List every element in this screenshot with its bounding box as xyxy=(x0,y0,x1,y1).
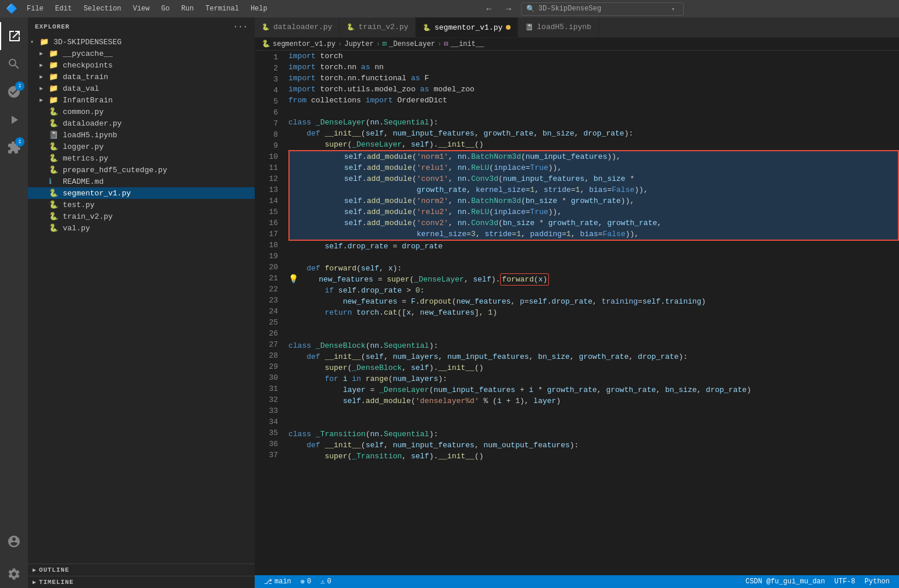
source-control-badge: 1 xyxy=(15,81,24,91)
ln-23: 23 xyxy=(255,295,278,306)
outline-header[interactable]: ▶ OUTLINE xyxy=(28,564,255,576)
breadcrumb-file[interactable]: segmentor_v1.py xyxy=(273,40,336,48)
code-line-34 xyxy=(288,418,899,429)
code-line-2: import torch.nn as nn xyxy=(288,62,899,73)
statusbar: ⎇ main ⊗ 0 ⚠ 0 CSDN @fu_gui_mu_dan UTF-8… xyxy=(255,575,899,588)
statusbar-csdn: CSDN @fu_gui_mu_dan xyxy=(741,578,830,586)
tree-item-common[interactable]: ▶ 🐍 common.py xyxy=(28,106,255,117)
ln-28: 28 xyxy=(255,350,278,361)
code-editor[interactable]: 1 2 3 4 5 6 7 8 9 10 11 12 13 14 15 16 1… xyxy=(255,51,899,575)
menu-go[interactable]: Go xyxy=(156,3,174,14)
lightbulb-icon[interactable]: 💡 xyxy=(288,274,298,285)
ln-10: 10 xyxy=(255,151,278,162)
search-text: 3D-SkipDenseSeg xyxy=(538,5,601,13)
tab-segmentor[interactable]: 🐍 segmentor_v1.py xyxy=(416,17,518,37)
statusbar-branch[interactable]: ⎇ main xyxy=(259,578,296,586)
tree-item-readme[interactable]: ▶ ℹ README.md xyxy=(28,176,255,187)
activity-search[interactable] xyxy=(0,50,28,78)
search-bar[interactable]: 🔍 3D-SkipDenseSeg ▾ xyxy=(521,2,684,16)
search-dropdown[interactable]: ▾ xyxy=(671,5,675,13)
breadcrumb-denselayer[interactable]: _DenseLayer xyxy=(389,40,435,48)
code-content[interactable]: import torch import torch.nn as nn impor… xyxy=(284,51,899,575)
code-line-16: self.add_module('conv2', nn.Conv3d(bn_si… xyxy=(290,218,898,229)
code-line-36: def __init__(self, num_input_features, n… xyxy=(288,440,899,451)
expand-arrow: ▾ xyxy=(30,38,40,45)
code-line-7: class _DenseLayer(nn.Sequential): xyxy=(288,117,899,128)
code-line-17: kernel_size=3, stride=1, padding=1, bias… xyxy=(290,229,898,240)
tree-item-pycache[interactable]: ▶ 📁 __pycache__ xyxy=(28,48,255,59)
code-line-33 xyxy=(288,407,899,418)
error-icon: ⊗ xyxy=(301,578,305,586)
selected-block: self.add_module('norm1', nn.BatchNorm3d(… xyxy=(288,150,899,241)
breadcrumb: 🐍 segmentor_v1.py › Jupyter › ⊡ _DenseLa… xyxy=(255,38,899,51)
breadcrumb-sep-3: › xyxy=(437,40,441,48)
statusbar-errors[interactable]: ⊗ 0 xyxy=(296,578,316,586)
tree-item-infant-brain[interactable]: ▶ 📁 InfantBrain xyxy=(28,94,255,106)
activity-settings[interactable] xyxy=(0,560,28,588)
code-line-6 xyxy=(288,106,899,117)
code-line-31: layer = _DenseLayer(num_input_features +… xyxy=(288,384,899,395)
menu-view[interactable]: View xyxy=(128,3,154,14)
nav-forward[interactable]: → xyxy=(501,3,516,15)
menu-file[interactable]: File xyxy=(22,3,48,14)
ln-34: 34 xyxy=(255,416,278,427)
activity-run[interactable] xyxy=(0,106,28,134)
data-val-label: data_val xyxy=(63,84,99,93)
ln-9: 9 xyxy=(255,140,278,151)
breadcrumb-jupyter[interactable]: Jupyter xyxy=(344,40,373,48)
tab-icon-dataloader: 🐍 xyxy=(262,23,270,31)
tree-item-data-train[interactable]: ▶ 📁 data_train xyxy=(28,71,255,83)
code-line-8: def __init__(self, num_input_features, g… xyxy=(288,128,899,139)
ln-29: 29 xyxy=(255,361,278,372)
tab-label-dataloader: dataloader.py xyxy=(273,23,332,31)
code-line-5: from collections import OrderedDict xyxy=(288,95,899,106)
py-icon-logger: 🐍 xyxy=(49,142,60,151)
code-line-12: self.add_module('conv1', nn.Conv3d(num_i… xyxy=(290,173,898,184)
activity-account[interactable] xyxy=(0,528,28,555)
tree-item-test[interactable]: ▶ 🐍 test.py xyxy=(28,199,255,211)
timeline-header[interactable]: ▶ TIMELINE xyxy=(28,576,255,588)
statusbar-encoding[interactable]: UTF-8 xyxy=(830,578,860,586)
tree-item-data-val[interactable]: ▶ 📁 data_val xyxy=(28,83,255,94)
menu-edit[interactable]: Edit xyxy=(51,3,77,14)
tab-train[interactable]: 🐍 train_v2.py xyxy=(340,17,416,37)
tree-item-val[interactable]: ▶ 🐍 val.py xyxy=(28,222,255,234)
tab-loadh5[interactable]: 📓 loadH5.ipynb xyxy=(518,17,599,37)
ln-7: 7 xyxy=(255,118,278,129)
tree-item-prepare[interactable]: ▶ 🐍 prepare_hdf5_cutedge.py xyxy=(28,164,255,176)
sidebar-more-actions[interactable]: ··· xyxy=(233,22,248,31)
py-icon-test: 🐍 xyxy=(49,200,60,209)
tree-item-loadh5[interactable]: ▶ 📓 loadH5.ipynb xyxy=(28,129,255,141)
tree-item-dataloader[interactable]: ▶ 🐍 dataloader.py xyxy=(28,117,255,129)
statusbar-language[interactable]: Python xyxy=(860,578,894,586)
tree-item-metrics[interactable]: ▶ 🐍 metrics.py xyxy=(28,152,255,164)
folder-icon-data-val: 📁 xyxy=(49,84,60,93)
tree-root-3d-skipdenseseg[interactable]: ▾ 📁 3D-SKIPDENSESEG xyxy=(28,36,255,48)
code-line-1: import torch xyxy=(288,51,899,62)
activity-extensions[interactable]: 1 xyxy=(0,134,28,162)
code-line-15: self.add_module('relu2', nn.ReLU(inplace… xyxy=(290,206,898,218)
code-line-11: self.add_module('relu1', nn.ReLU(inplace… xyxy=(290,162,898,173)
tree-item-logger[interactable]: ▶ 🐍 logger.py xyxy=(28,141,255,152)
outline-label: OUTLINE xyxy=(39,566,69,573)
tree-item-checkpoints[interactable]: ▶ 📁 checkpoints xyxy=(28,59,255,71)
nav-back[interactable]: ← xyxy=(481,3,497,15)
activity-explorer[interactable] xyxy=(0,22,28,50)
menu-run[interactable]: Run xyxy=(177,3,199,14)
menu-terminal[interactable]: Terminal xyxy=(201,3,244,14)
code-line-23: new_features = F.dropout(new_features, p… xyxy=(288,296,899,307)
folder-icon-checkpoints: 📁 xyxy=(49,60,60,70)
menu-help[interactable]: Help xyxy=(246,3,272,14)
tree-item-train[interactable]: ▶ 🐍 train_v2.py xyxy=(28,211,255,222)
val-label: val.py xyxy=(63,224,90,233)
py-icon-metrics: 🐍 xyxy=(49,154,60,163)
ln-16: 16 xyxy=(255,218,278,229)
py-icon-val: 🐍 xyxy=(49,223,60,233)
activity-source-control[interactable]: 1 xyxy=(0,78,28,106)
breadcrumb-init[interactable]: __init__ xyxy=(451,40,484,48)
menu-selection[interactable]: Selection xyxy=(79,3,126,14)
statusbar-warnings[interactable]: ⚠ 0 xyxy=(316,578,336,586)
tab-dataloader[interactable]: 🐍 dataloader.py xyxy=(255,17,340,37)
code-line-14: self.add_module('norm2', nn.BatchNorm3d(… xyxy=(290,195,898,206)
tree-item-segmentor[interactable]: ▶ 🐍 segmentor_v1.py xyxy=(28,187,255,199)
